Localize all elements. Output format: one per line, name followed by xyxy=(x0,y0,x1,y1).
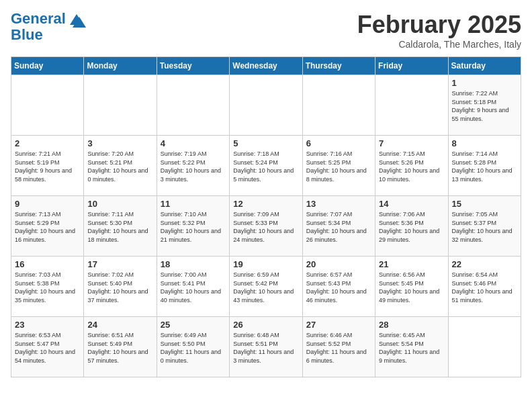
day-info: Sunrise: 7:02 AM Sunset: 5:40 PM Dayligh… xyxy=(87,271,152,304)
day-info: Sunrise: 6:59 AM Sunset: 5:42 PM Dayligh… xyxy=(233,271,298,304)
day-number: 10 xyxy=(87,199,152,209)
calendar-cell: 8Sunrise: 7:14 AM Sunset: 5:28 PM Daylig… xyxy=(448,136,521,196)
day-number: 19 xyxy=(233,259,298,269)
calendar-cell: 6Sunrise: 7:16 AM Sunset: 5:25 PM Daylig… xyxy=(302,136,375,196)
location: Caldarola, The Marches, Italy xyxy=(357,39,521,50)
day-number: 16 xyxy=(15,259,80,269)
day-number: 20 xyxy=(306,259,371,269)
day-number: 24 xyxy=(87,320,152,330)
day-info: Sunrise: 6:49 AM Sunset: 5:50 PM Dayligh… xyxy=(161,331,226,365)
page-header: General Blue February 2025 Caldarola, Th… xyxy=(11,11,521,50)
col-header-tuesday: Tuesday xyxy=(157,57,229,75)
day-info: Sunrise: 7:16 AM Sunset: 5:25 PM Dayligh… xyxy=(306,150,371,183)
calendar-cell xyxy=(84,75,157,136)
day-info: Sunrise: 6:54 AM Sunset: 5:46 PM Dayligh… xyxy=(452,271,517,304)
calendar-cell xyxy=(157,75,229,136)
calendar-cell: 12Sunrise: 7:09 AM Sunset: 5:33 PM Dayli… xyxy=(230,196,302,257)
calendar-cell: 26Sunrise: 6:48 AM Sunset: 5:51 PM Dayli… xyxy=(230,317,302,377)
calendar-cell: 18Sunrise: 7:00 AM Sunset: 5:41 PM Dayli… xyxy=(157,257,229,317)
calendar-cell: 15Sunrise: 7:05 AM Sunset: 5:37 PM Dayli… xyxy=(448,196,521,257)
day-info: Sunrise: 6:51 AM Sunset: 5:49 PM Dayligh… xyxy=(87,331,152,365)
day-number: 15 xyxy=(452,199,517,209)
day-info: Sunrise: 6:48 AM Sunset: 5:51 PM Dayligh… xyxy=(233,331,298,365)
day-number: 3 xyxy=(87,138,152,148)
day-info: Sunrise: 7:18 AM Sunset: 5:24 PM Dayligh… xyxy=(233,150,298,183)
day-info: Sunrise: 7:09 AM Sunset: 5:33 PM Dayligh… xyxy=(233,210,298,244)
day-info: Sunrise: 6:56 AM Sunset: 5:45 PM Dayligh… xyxy=(379,271,444,304)
calendar-cell: 10Sunrise: 7:11 AM Sunset: 5:30 PM Dayli… xyxy=(84,196,157,257)
day-info: Sunrise: 7:20 AM Sunset: 5:21 PM Dayligh… xyxy=(87,150,152,183)
calendar-cell: 11Sunrise: 7:10 AM Sunset: 5:32 PM Dayli… xyxy=(157,196,229,257)
day-number: 9 xyxy=(15,199,80,209)
col-header-thursday: Thursday xyxy=(302,57,375,75)
day-number: 13 xyxy=(306,199,371,209)
calendar-cell: 22Sunrise: 6:54 AM Sunset: 5:46 PM Dayli… xyxy=(448,257,521,317)
day-number: 12 xyxy=(233,199,298,209)
calendar-cell: 1Sunrise: 7:22 AM Sunset: 5:18 PM Daylig… xyxy=(448,75,521,136)
month-title: February 2025 xyxy=(357,11,521,39)
day-info: Sunrise: 6:53 AM Sunset: 5:47 PM Dayligh… xyxy=(15,331,80,365)
calendar-cell: 20Sunrise: 6:57 AM Sunset: 5:43 PM Dayli… xyxy=(302,257,375,317)
day-number: 18 xyxy=(161,259,226,269)
day-number: 1 xyxy=(452,78,517,88)
calendar-cell: 16Sunrise: 7:03 AM Sunset: 5:38 PM Dayli… xyxy=(11,257,84,317)
day-info: Sunrise: 7:13 AM Sunset: 5:29 PM Dayligh… xyxy=(15,210,80,244)
day-info: Sunrise: 7:05 AM Sunset: 5:37 PM Dayligh… xyxy=(452,210,517,244)
calendar-cell: 17Sunrise: 7:02 AM Sunset: 5:40 PM Dayli… xyxy=(84,257,157,317)
calendar-cell: 4Sunrise: 7:19 AM Sunset: 5:22 PM Daylig… xyxy=(157,136,229,196)
calendar-cell: 5Sunrise: 7:18 AM Sunset: 5:24 PM Daylig… xyxy=(230,136,302,196)
day-number: 8 xyxy=(452,138,517,148)
day-number: 26 xyxy=(233,320,298,330)
day-number: 4 xyxy=(161,138,226,148)
day-number: 14 xyxy=(379,199,444,209)
day-info: Sunrise: 7:15 AM Sunset: 5:26 PM Dayligh… xyxy=(379,150,444,183)
calendar-cell: 13Sunrise: 7:07 AM Sunset: 5:34 PM Dayli… xyxy=(302,196,375,257)
calendar-cell: 7Sunrise: 7:15 AM Sunset: 5:26 PM Daylig… xyxy=(375,136,448,196)
day-info: Sunrise: 7:19 AM Sunset: 5:22 PM Dayligh… xyxy=(161,150,226,183)
day-number: 5 xyxy=(233,138,298,148)
day-info: Sunrise: 7:21 AM Sunset: 5:19 PM Dayligh… xyxy=(15,150,80,183)
day-number: 7 xyxy=(379,138,444,148)
logo: General Blue xyxy=(11,11,86,43)
day-number: 11 xyxy=(161,199,226,209)
col-header-friday: Friday xyxy=(375,57,448,75)
calendar-cell: 27Sunrise: 6:46 AM Sunset: 5:52 PM Dayli… xyxy=(302,317,375,377)
day-info: Sunrise: 7:07 AM Sunset: 5:34 PM Dayligh… xyxy=(306,210,371,244)
day-info: Sunrise: 6:45 AM Sunset: 5:54 PM Dayligh… xyxy=(379,331,444,365)
calendar-cell: 24Sunrise: 6:51 AM Sunset: 5:49 PM Dayli… xyxy=(84,317,157,377)
calendar-cell: 19Sunrise: 6:59 AM Sunset: 5:42 PM Dayli… xyxy=(230,257,302,317)
calendar-cell xyxy=(302,75,375,136)
day-number: 28 xyxy=(379,320,444,330)
day-number: 6 xyxy=(306,138,371,148)
col-header-saturday: Saturday xyxy=(448,57,521,75)
col-header-monday: Monday xyxy=(84,57,157,75)
col-header-sunday: Sunday xyxy=(11,57,84,75)
calendar-cell xyxy=(448,317,521,377)
col-header-wednesday: Wednesday xyxy=(230,57,302,75)
day-info: Sunrise: 6:46 AM Sunset: 5:52 PM Dayligh… xyxy=(306,331,371,365)
day-info: Sunrise: 7:22 AM Sunset: 5:18 PM Dayligh… xyxy=(452,89,517,123)
calendar-table: SundayMondayTuesdayWednesdayThursdayFrid… xyxy=(11,56,521,377)
calendar-cell: 14Sunrise: 7:06 AM Sunset: 5:36 PM Dayli… xyxy=(375,196,448,257)
day-number: 21 xyxy=(379,259,444,269)
day-number: 27 xyxy=(306,320,371,330)
day-info: Sunrise: 7:03 AM Sunset: 5:38 PM Dayligh… xyxy=(15,271,80,304)
calendar-cell: 21Sunrise: 6:56 AM Sunset: 5:45 PM Dayli… xyxy=(375,257,448,317)
calendar-cell: 2Sunrise: 7:21 AM Sunset: 5:19 PM Daylig… xyxy=(11,136,84,196)
day-number: 22 xyxy=(452,259,517,269)
day-number: 25 xyxy=(161,320,226,330)
day-info: Sunrise: 7:10 AM Sunset: 5:32 PM Dayligh… xyxy=(161,210,226,244)
calendar-cell: 3Sunrise: 7:20 AM Sunset: 5:21 PM Daylig… xyxy=(84,136,157,196)
day-info: Sunrise: 7:06 AM Sunset: 5:36 PM Dayligh… xyxy=(379,210,444,244)
calendar-cell xyxy=(375,75,448,136)
day-number: 17 xyxy=(87,259,152,269)
day-number: 23 xyxy=(15,320,80,330)
day-info: Sunrise: 7:00 AM Sunset: 5:41 PM Dayligh… xyxy=(161,271,226,304)
calendar-cell: 9Sunrise: 7:13 AM Sunset: 5:29 PM Daylig… xyxy=(11,196,84,257)
day-info: Sunrise: 7:14 AM Sunset: 5:28 PM Dayligh… xyxy=(452,150,517,183)
calendar-cell xyxy=(230,75,302,136)
day-number: 2 xyxy=(15,138,80,148)
logo-text: General Blue xyxy=(11,11,66,43)
calendar-cell xyxy=(11,75,84,136)
calendar-cell: 23Sunrise: 6:53 AM Sunset: 5:47 PM Dayli… xyxy=(11,317,84,377)
